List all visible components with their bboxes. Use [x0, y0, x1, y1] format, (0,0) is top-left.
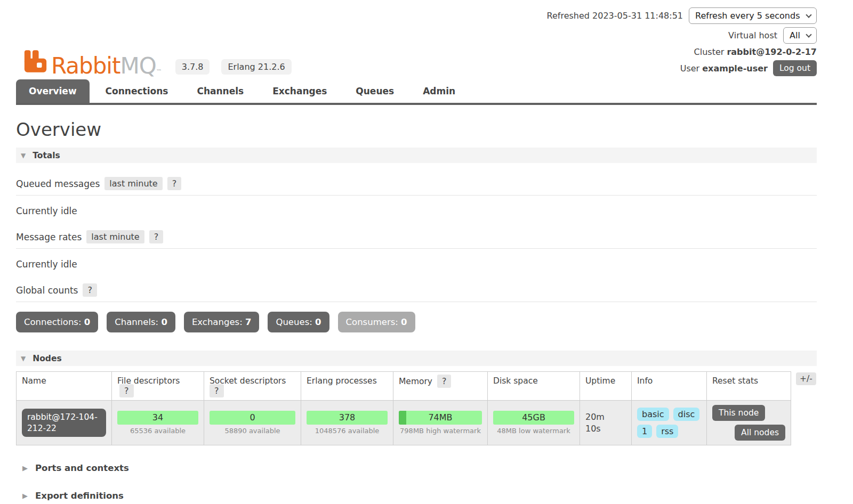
collapse-triangle-icon: ▼	[21, 355, 26, 362]
expand-triangle-icon: ▶	[22, 492, 28, 500]
file-descriptors-help-badge[interactable]: ?	[119, 384, 134, 397]
nodes-table-header-row: Name File descriptors ? Socket descripto…	[17, 372, 791, 401]
user-name: example-user	[702, 63, 768, 74]
node-name-badge[interactable]: rabbit@172-104-212-22	[22, 409, 106, 436]
col-memory: Memory ?	[393, 372, 488, 401]
virtual-host-select[interactable]: All	[783, 27, 817, 44]
disc-node-badge: disc	[673, 408, 700, 421]
refreshed-timestamp: Refreshed 2023-05-31 11:48:51	[547, 11, 683, 21]
erlang-processes-cell: 378 1048576 available	[301, 401, 393, 445]
col-uptime: Uptime	[580, 372, 632, 401]
header: RabbitMQ™ 3.7.8 Erlang 21.2.6 Refreshed …	[16, 0, 817, 76]
node-type-badge: basic	[637, 408, 669, 421]
rabbitmq-logo[interactable]: RabbitMQ™	[24, 48, 162, 76]
connections-count-badge: Connections: 0	[16, 312, 98, 332]
reset-all-nodes-button[interactable]: All nodes	[735, 425, 785, 441]
page: RabbitMQ™ 3.7.8 Erlang 21.2.6 Refreshed …	[16, 0, 817, 504]
socket-descriptors-cell: 0 58890 available	[204, 401, 301, 445]
memory-help-badge[interactable]: ?	[437, 375, 452, 388]
queues-count-badge: Queues: 0	[268, 312, 329, 332]
cluster-label: Cluster	[694, 47, 725, 57]
tab-overview[interactable]: Overview	[16, 79, 90, 103]
uptime-cell: 20m10s	[580, 401, 632, 445]
page-title: Overview	[16, 119, 817, 140]
col-name: Name	[17, 372, 112, 401]
user-label: User	[680, 63, 699, 74]
ports-and-contexts-section[interactable]: ▶ Ports and contexts	[16, 463, 817, 473]
rabbitmq-logo-icon	[24, 48, 47, 76]
erlang-version-badge: Erlang 21.2.6	[221, 59, 291, 75]
message-rates-help-badge[interactable]: ?	[149, 230, 164, 243]
global-counts-heading: Global counts ?	[16, 283, 817, 302]
queued-messages-label: Queued messages	[16, 178, 100, 189]
main-nav: Overview Connections Channels Exchanges …	[16, 79, 817, 105]
tab-connections[interactable]: Connections	[93, 79, 181, 103]
rss-badge: rss	[656, 425, 678, 438]
col-disk-space: Disk space	[488, 372, 580, 401]
queued-messages-help-badge[interactable]: ?	[167, 177, 182, 190]
memory-cell: 74MB 798MB high watermark	[393, 401, 488, 445]
message-rates-status: Currently idle	[16, 259, 817, 270]
logo-wordmark: RabbitMQ™	[51, 56, 162, 76]
col-socket-descriptors: Socket descriptors ?	[204, 372, 301, 401]
queued-messages-range-badge[interactable]: last minute	[104, 177, 162, 190]
message-rates-label: Message rates	[16, 232, 82, 242]
cluster-name: rabbit@192-0-2-17	[727, 47, 817, 57]
logout-button[interactable]: Log out	[773, 60, 817, 76]
tab-admin[interactable]: Admin	[410, 79, 468, 103]
message-rates-heading: Message rates last minute ?	[16, 230, 817, 249]
virtual-host-label: Virtual host	[728, 30, 777, 40]
collapse-triangle-icon: ▼	[21, 152, 26, 159]
export-definitions-section[interactable]: ▶ Export definitions	[16, 491, 817, 501]
file-descriptors-cell: 34 65536 available	[112, 401, 204, 445]
stats-level-badge: 1	[637, 425, 652, 438]
expand-triangle-icon: ▶	[22, 464, 28, 472]
disk-space-cell: 45GB 48MB low watermark	[488, 401, 580, 445]
node-name-cell: rabbit@172-104-212-22	[17, 401, 112, 445]
reset-stats-cell: This node All nodes	[707, 401, 791, 445]
nodes-section-header[interactable]: ▼ Nodes	[16, 351, 817, 366]
node-row: rabbit@172-104-212-22 34 65536 available…	[17, 401, 791, 445]
global-counts-label: Global counts	[16, 285, 78, 296]
exchanges-count-badge: Exchanges: 7	[184, 312, 260, 332]
queued-messages-status: Currently idle	[16, 206, 817, 216]
tab-channels[interactable]: Channels	[184, 79, 256, 103]
socket-descriptors-help-badge[interactable]: ?	[210, 384, 224, 397]
tab-exchanges[interactable]: Exchanges	[260, 79, 340, 103]
col-file-descriptors: File descriptors ?	[112, 372, 204, 401]
column-toggle-button[interactable]: +/-	[796, 372, 816, 385]
consumers-count-badge: Consumers: 0	[338, 312, 415, 332]
channels-count-badge: Channels: 0	[107, 312, 175, 332]
rabbitmq-version-badge: 3.7.8	[175, 59, 210, 75]
reset-this-node-button[interactable]: This node	[712, 405, 765, 421]
memory-used-segment	[399, 411, 406, 425]
message-rates-range-badge[interactable]: last minute	[86, 230, 144, 243]
tab-queues[interactable]: Queues	[343, 79, 407, 103]
nodes-section-title: Nodes	[33, 354, 61, 363]
global-count-badges: Connections: 0 Channels: 0 Exchanges: 7 …	[16, 312, 817, 332]
totals-section-title: Totals	[33, 151, 60, 160]
global-counts-help-badge[interactable]: ?	[83, 283, 97, 297]
nodes-table: Name File descriptors ? Socket descripto…	[16, 371, 791, 445]
col-reset-stats: Reset stats	[707, 372, 791, 401]
refresh-interval-select[interactable]: Refresh every 5 seconds	[689, 7, 817, 24]
col-info: Info	[632, 372, 707, 401]
col-erlang-processes: Erlang processes	[301, 372, 393, 401]
totals-section-header[interactable]: ▼ Totals	[16, 148, 817, 163]
info-cell: basic disc 1 rss	[632, 401, 707, 445]
queued-messages-heading: Queued messages last minute ?	[16, 177, 817, 196]
